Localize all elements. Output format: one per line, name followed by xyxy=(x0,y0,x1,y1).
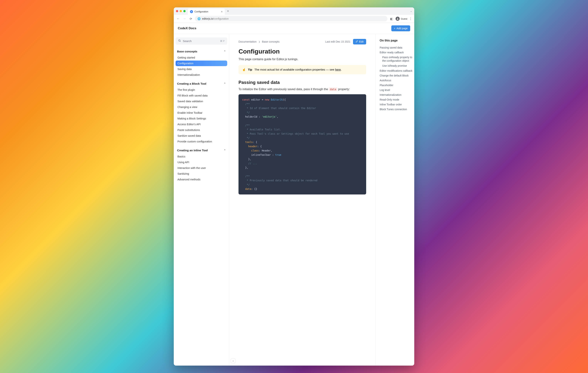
tab-bar: ✦ Configuration × + ⌄ xyxy=(174,7,414,15)
sidebar-item[interactable]: Saved data validation xyxy=(176,99,227,104)
app-body: Search ⌘ P Base concepts⌃Getting started… xyxy=(174,34,414,366)
browser-menu-icon[interactable]: ⋮ xyxy=(409,17,412,21)
browser-window: ✦ Configuration × + ⌄ ← → ⟳ 🌐 editorjs.i… xyxy=(174,7,414,366)
toc-item[interactable]: Pass onReady property to the configurati… xyxy=(380,55,414,63)
toc-item[interactable]: Block Tunes connection xyxy=(380,107,414,112)
collapse-sidebar-button[interactable]: ‹ xyxy=(231,358,236,363)
toc-item[interactable]: Autofocus xyxy=(380,78,414,83)
close-window-icon[interactable] xyxy=(176,10,178,12)
toc-item[interactable]: Editor ready callback xyxy=(380,50,414,55)
maximize-window-icon[interactable] xyxy=(183,10,186,12)
sidebar-section-title: Creating a Block Tool xyxy=(177,82,206,85)
section-heading: Passing saved data xyxy=(239,80,366,85)
plus-icon: + xyxy=(394,27,395,30)
sidebar-item[interactable]: Enable Inline Toolbar xyxy=(176,110,227,116)
browser-tab[interactable]: ✦ Configuration × xyxy=(188,9,225,15)
svg-point-0 xyxy=(397,18,398,19)
url-domain: editorjs.io xyxy=(202,17,213,20)
sidebar-item[interactable]: Changing a view xyxy=(176,104,227,110)
sidebar-item[interactable]: Advanced methods xyxy=(176,177,227,182)
table-of-contents: On this page Passing saved dataEditor re… xyxy=(375,34,414,366)
sidebar-section-title: Creating an Inline Tool xyxy=(177,149,208,152)
chevron-up-icon: ⌃ xyxy=(224,50,226,53)
tabs-dropdown-icon[interactable]: ⌄ xyxy=(410,10,412,12)
toc-item[interactable]: Passing saved data xyxy=(380,45,414,50)
tip-label: Tip xyxy=(248,68,252,71)
sidebar-item[interactable]: Getting started xyxy=(176,55,227,60)
toc-item[interactable]: Placeholder xyxy=(380,83,414,88)
body-text: To initialize the Editor with previously… xyxy=(239,88,366,91)
tip-link[interactable]: here xyxy=(335,68,341,71)
toc-item[interactable]: Log level xyxy=(380,88,414,92)
browser-chrome: ✦ Configuration × + ⌄ ← → ⟳ 🌐 editorjs.i… xyxy=(174,7,414,23)
edit-button[interactable]: Edit xyxy=(353,39,366,44)
tip-emoji-icon: ☝️ xyxy=(242,68,246,71)
tip-callout: ☝️ Tip The most actual list of available… xyxy=(239,65,366,74)
sidebar-item[interactable]: Configuration xyxy=(176,61,227,66)
last-edit-text: Last edit Dec 15 2021 xyxy=(325,40,350,43)
address-bar[interactable]: 🌐 editorjs.io/configuration xyxy=(195,16,388,22)
close-tab-icon[interactable]: × xyxy=(221,10,223,13)
page-title: Configuration xyxy=(239,48,366,55)
new-tab-button[interactable]: + xyxy=(227,9,229,13)
reload-button[interactable]: ⟳ xyxy=(189,17,193,21)
svg-line-2 xyxy=(180,41,181,42)
sidebar-item[interactable]: Provide custom configuration xyxy=(176,139,227,144)
sidebar-item[interactable]: Making a Block Settings xyxy=(176,116,227,121)
toc-item[interactable]: Editor modifications callback xyxy=(380,68,414,73)
sidebar-item[interactable]: The first plugin xyxy=(176,87,227,93)
main-content: Documentation ❯ Base concepts Last edit … xyxy=(229,34,375,366)
intro-text: This page contains guide for Editor.js t… xyxy=(239,58,366,61)
toc-title: On this page xyxy=(380,39,414,42)
profile-button[interactable]: Guest xyxy=(396,17,407,21)
app-header: CodeX Docs + Add page xyxy=(174,23,414,34)
back-button[interactable]: ← xyxy=(176,17,180,20)
chevron-right-icon: ❯ xyxy=(259,41,260,43)
search-icon xyxy=(178,39,181,43)
sidebar-item[interactable]: Sanitizing xyxy=(176,171,227,176)
sidebar-section-title: Base concepts xyxy=(177,50,197,53)
breadcrumb-item[interactable]: Documentation xyxy=(239,40,257,43)
code-block: const editor = new EditorJS({ /** * Id o… xyxy=(239,94,366,195)
pencil-icon xyxy=(356,40,358,43)
toc-item[interactable]: Use isReady promise xyxy=(380,63,414,68)
sidebar-item[interactable]: Access Editor's API xyxy=(176,121,227,127)
search-input[interactable]: Search ⌘ P xyxy=(176,37,227,45)
add-page-button[interactable]: + Add page xyxy=(391,25,410,31)
sidebar-item[interactable]: Interaction with the user xyxy=(176,165,227,171)
tab-title: Configuration xyxy=(194,10,220,13)
toc-item[interactable]: Inline Toolbar order xyxy=(380,102,414,107)
toc-item[interactable]: Read-Only mode xyxy=(380,97,414,102)
sidebar-section-header[interactable]: Creating a Block Tool⌃ xyxy=(176,81,227,87)
chevron-left-icon: ‹ xyxy=(233,360,233,362)
favicon-icon: ✦ xyxy=(190,10,193,13)
sidebar-section-header[interactable]: Creating an Inline Tool⌃ xyxy=(176,147,227,154)
search-shortcut: ⌘ P xyxy=(220,40,225,43)
traffic-lights xyxy=(176,10,186,12)
chevron-up-icon: ⌃ xyxy=(224,82,226,85)
toc-item[interactable]: Change the default Block xyxy=(380,73,414,78)
svg-point-1 xyxy=(178,40,180,41)
sidebar: Search ⌘ P Base concepts⌃Getting started… xyxy=(174,34,229,366)
add-page-label: Add page xyxy=(397,27,408,30)
minimize-window-icon[interactable] xyxy=(180,10,182,12)
toc-item[interactable]: Internationalization xyxy=(380,92,414,97)
sidebar-item[interactable]: Saving data xyxy=(176,66,227,72)
tip-text: The most actual list of available config… xyxy=(254,68,342,71)
panel-icon[interactable]: ◧ xyxy=(389,17,394,21)
sidebar-item[interactable]: Sanitize saved data xyxy=(176,133,227,139)
forward-button[interactable]: → xyxy=(182,17,187,20)
top-row: Documentation ❯ Base concepts Last edit … xyxy=(239,39,366,44)
sidebar-section-header[interactable]: Base concepts⌃ xyxy=(176,48,227,55)
breadcrumb-item[interactable]: Base concepts xyxy=(262,40,280,43)
sidebar-item[interactable]: Using API xyxy=(176,159,227,165)
sidebar-item[interactable]: Paste substitutions xyxy=(176,127,227,133)
sidebar-item[interactable]: Internationalization xyxy=(176,72,227,77)
search-placeholder: Search xyxy=(183,39,218,43)
app-title: CodeX Docs xyxy=(178,26,196,30)
globe-icon: 🌐 xyxy=(197,17,200,20)
sidebar-item[interactable]: Basics xyxy=(176,154,227,159)
profile-label: Guest xyxy=(401,17,407,20)
sidebar-item[interactable]: Fill Block with saved data xyxy=(176,93,227,98)
chevron-up-icon: ⌃ xyxy=(224,149,226,152)
